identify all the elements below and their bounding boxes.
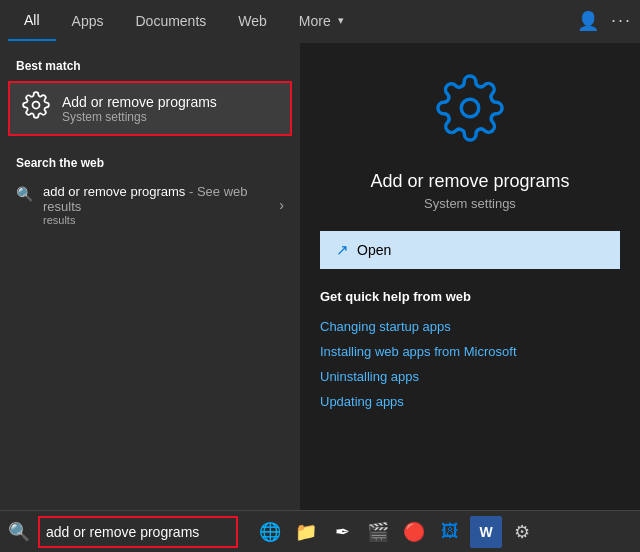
best-match-label: Best match (0, 55, 300, 81)
top-nav-actions: 👤 ··· (577, 10, 632, 32)
settings-gear-icon (22, 91, 50, 126)
open-button-label: Open (357, 242, 391, 258)
word-icon[interactable]: W (470, 516, 502, 548)
pen-icon[interactable]: ✒ (326, 516, 358, 548)
main-content: Best match Add or remove programs System… (0, 43, 640, 510)
settings-taskbar-icon[interactable]: ⚙ (506, 516, 538, 548)
tab-more[interactable]: More ▾ (283, 0, 360, 41)
more-options-icon[interactable]: ··· (611, 10, 632, 31)
chrome-icon[interactable]: 🔴 (398, 516, 430, 548)
search-web-sub: results (43, 214, 279, 226)
vlc-icon[interactable]: 🎬 (362, 516, 394, 548)
search-input[interactable] (46, 524, 230, 540)
tab-all[interactable]: All (8, 0, 56, 41)
search-web-section: Search the web 🔍 add or remove programs … (0, 152, 300, 232)
search-web-left: 🔍 add or remove programs - See web resul… (16, 184, 279, 226)
open-button[interactable]: ↗ Open (320, 231, 620, 269)
quick-help-item-2[interactable]: Uninstalling apps (320, 364, 620, 389)
tab-documents[interactable]: Documents (119, 0, 222, 41)
right-subtitle: System settings (424, 196, 516, 211)
right-title: Add or remove programs (370, 171, 569, 192)
right-panel: Add or remove programs System settings ↗… (300, 43, 640, 510)
best-match-item[interactable]: Add or remove programs System settings (8, 81, 292, 136)
edge-icon[interactable]: 🌐 (254, 516, 286, 548)
best-match-text: Add or remove programs System settings (62, 94, 217, 124)
search-web-query: add or remove programs - See web results (43, 184, 279, 214)
search-icon: 🔍 (16, 186, 33, 202)
search-web-text: add or remove programs - See web results… (43, 184, 279, 226)
quick-help-item-1[interactable]: Installing web apps from Microsoft (320, 339, 620, 364)
search-web-label: Search the web (0, 152, 300, 178)
best-match-title: Add or remove programs (62, 94, 217, 110)
taskbar-icons: 🌐 📁 ✒ 🎬 🔴 🖼 W ⚙ (254, 516, 538, 548)
chevron-right-icon: › (279, 197, 284, 213)
tab-web-label: Web (238, 13, 267, 29)
user-icon[interactable]: 👤 (577, 10, 599, 32)
top-nav: All Apps Documents Web More ▾ 👤 ··· (0, 0, 640, 43)
tab-apps-label: Apps (72, 13, 104, 29)
quick-help-item-3[interactable]: Updating apps (320, 389, 620, 414)
photos-icon[interactable]: 🖼 (434, 516, 466, 548)
tab-documents-label: Documents (135, 13, 206, 29)
best-match-subtitle: System settings (62, 110, 217, 124)
search-bar-icon: 🔍 (8, 521, 30, 543)
quick-help-item-0[interactable]: Changing startup apps (320, 314, 620, 339)
quick-help-label: Get quick help from web (320, 289, 620, 304)
right-gear-icon (435, 73, 505, 159)
open-arrow-icon: ↗ (336, 241, 349, 259)
chevron-down-icon: ▾ (338, 14, 344, 27)
svg-point-1 (461, 99, 479, 117)
tab-all-label: All (24, 12, 40, 28)
search-input-box[interactable] (38, 516, 238, 548)
left-panel: Best match Add or remove programs System… (0, 43, 300, 510)
tab-apps[interactable]: Apps (56, 0, 120, 41)
tab-web[interactable]: Web (222, 0, 283, 41)
file-explorer-icon[interactable]: 📁 (290, 516, 322, 548)
svg-point-0 (33, 102, 40, 109)
bottom-search-bar: 🔍 🌐 📁 ✒ 🎬 🔴 🖼 W ⚙ (0, 510, 640, 552)
search-web-item[interactable]: 🔍 add or remove programs - See web resul… (0, 178, 300, 232)
tab-more-label: More (299, 13, 331, 29)
